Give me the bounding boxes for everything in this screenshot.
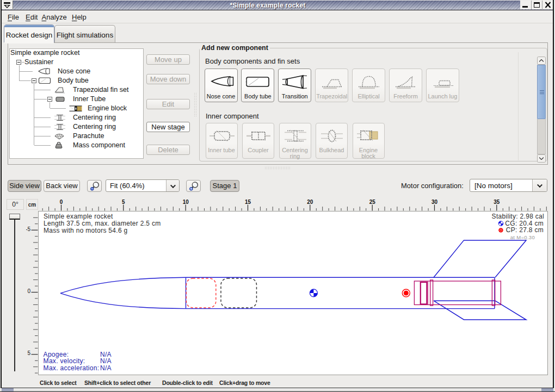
svg-text:Max. acceleration:: Max. acceleration: — [44, 364, 100, 372]
svg-text:35: 35 — [494, 199, 500, 205]
svg-text:5: 5 — [122, 199, 125, 205]
svg-text:Length 37.5 cm, max. diameter: Length 37.5 cm, max. diameter 2.5 cm — [44, 220, 161, 227]
svg-text:Stability: 2.98 cal: Stability: 2.98 cal — [492, 213, 544, 220]
svg-text:Mass with no motors 54.6 g: Mass with no motors 54.6 g — [44, 227, 128, 234]
svg-text:Apogee:: Apogee: — [44, 351, 69, 358]
svg-text:15: 15 — [245, 199, 251, 205]
svg-text:Max. velocity:: Max. velocity: — [44, 357, 85, 365]
svg-text:at M=0.30: at M=0.30 — [510, 234, 535, 240]
svg-text:N/A: N/A — [100, 357, 112, 365]
svg-text:0: 0 — [27, 288, 30, 294]
svg-text:-5: -5 — [26, 226, 30, 232]
svg-text:N/A: N/A — [100, 351, 112, 358]
svg-text:10: 10 — [183, 199, 189, 205]
svg-text:N/A: N/A — [100, 364, 112, 372]
svg-text:25: 25 — [369, 199, 376, 205]
svg-text:Simple example rocket: Simple example rocket — [44, 213, 113, 220]
svg-text:30: 30 — [431, 199, 438, 205]
svg-text:0: 0 — [60, 199, 63, 205]
svg-text:5: 5 — [27, 350, 30, 356]
svg-text:20: 20 — [307, 199, 313, 205]
svg-text:CP: 27.8 cm: CP: 27.8 cm — [506, 226, 544, 234]
